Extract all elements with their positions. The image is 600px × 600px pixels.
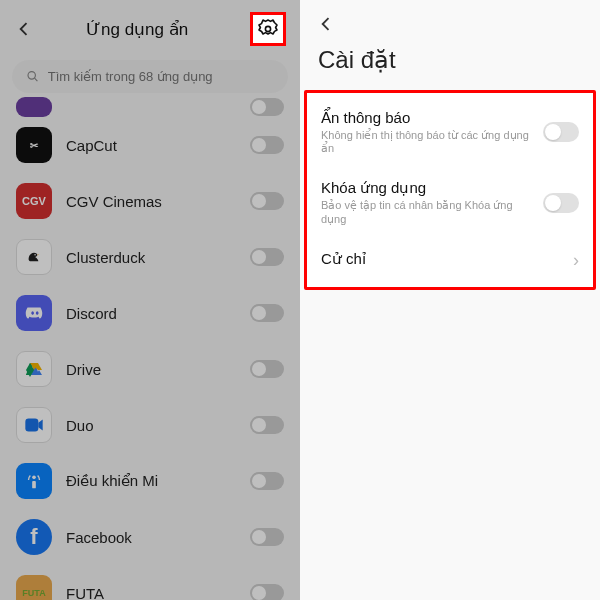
hide-toggle[interactable] xyxy=(250,416,284,434)
list-item[interactable]: Duo xyxy=(12,397,288,453)
search-box[interactable] xyxy=(12,60,288,93)
settings-title: Cài đặt xyxy=(300,42,600,88)
svg-point-2 xyxy=(34,254,36,256)
svg-rect-9 xyxy=(32,481,36,488)
svg-point-0 xyxy=(265,26,270,31)
toggle-switch[interactable] xyxy=(543,193,579,213)
cgv-icon: CGV xyxy=(16,183,52,219)
drive-icon xyxy=(16,351,52,387)
hide-toggle[interactable] xyxy=(250,136,284,154)
clusterduck-icon xyxy=(16,239,52,275)
setting-app-lock[interactable]: Khóa ứng dụng Bảo vệ tập tin cá nhân bằn… xyxy=(307,167,593,237)
svg-point-8 xyxy=(32,476,36,480)
hide-toggle[interactable] xyxy=(250,98,284,116)
hidden-apps-pane: Ứng dụng ẩn ✂ CapCut CGV CGV Cinemas Clu… xyxy=(0,0,300,600)
setting-title: Ẩn thông báo xyxy=(321,109,535,127)
list-item[interactable]: f Facebook xyxy=(12,509,288,565)
app-name: CGV Cinemas xyxy=(66,193,236,210)
list-item[interactable]: Drive xyxy=(12,341,288,397)
capcut-icon: ✂ xyxy=(16,127,52,163)
chevron-right-icon: › xyxy=(573,250,579,271)
search-input[interactable] xyxy=(48,69,274,84)
app-name: Drive xyxy=(66,361,236,378)
list-item[interactable]: ✂ CapCut xyxy=(12,117,288,173)
mi-remote-icon xyxy=(16,463,52,499)
list-item[interactable] xyxy=(12,97,288,117)
app-name: Facebook xyxy=(66,529,236,546)
hide-toggle[interactable] xyxy=(250,472,284,490)
setting-subtitle: Không hiển thị thông báo từ các ứng dụng… xyxy=(321,129,535,155)
right-header xyxy=(300,0,600,42)
setting-title: Khóa ứng dụng xyxy=(321,179,535,197)
hide-toggle[interactable] xyxy=(250,584,284,600)
facebook-icon: f xyxy=(16,519,52,555)
setting-subtitle: Bảo vệ tập tin cá nhân bằng Khóa ứng dụn… xyxy=(321,199,535,225)
settings-highlight-box: Ẩn thông báo Không hiển thị thông báo từ… xyxy=(304,90,596,290)
svg-rect-7 xyxy=(25,419,38,432)
app-name: CapCut xyxy=(66,137,236,154)
left-title: Ứng dụng ẩn xyxy=(86,19,188,40)
app-list: ✂ CapCut CGV CGV Cinemas Clusterduck Dis… xyxy=(0,97,300,600)
setting-title: Cử chỉ xyxy=(321,250,565,268)
search-icon xyxy=(26,69,40,84)
duo-icon xyxy=(16,407,52,443)
hide-toggle[interactable] xyxy=(250,192,284,210)
back-button[interactable] xyxy=(14,19,34,39)
discord-icon xyxy=(16,295,52,331)
settings-button[interactable] xyxy=(250,12,286,46)
hide-toggle[interactable] xyxy=(250,248,284,266)
left-header: Ứng dụng ẩn xyxy=(0,0,300,54)
settings-pane: Cài đặt Ẩn thông báo Không hiển thị thôn… xyxy=(300,0,600,600)
app-name: Duo xyxy=(66,417,236,434)
app-icon xyxy=(16,97,52,117)
futa-icon: FUTA xyxy=(16,575,52,600)
toggle-switch[interactable] xyxy=(543,122,579,142)
setting-gesture[interactable]: Cử chỉ › xyxy=(307,238,593,283)
svg-point-1 xyxy=(28,72,35,79)
list-item[interactable]: CGV CGV Cinemas xyxy=(12,173,288,229)
list-item[interactable]: FUTA FUTA xyxy=(12,565,288,600)
gear-icon xyxy=(256,17,280,41)
hide-toggle[interactable] xyxy=(250,360,284,378)
setting-hide-notifications[interactable]: Ẩn thông báo Không hiển thị thông báo từ… xyxy=(307,97,593,167)
app-name: FUTA xyxy=(66,585,236,601)
app-name: Discord xyxy=(66,305,236,322)
back-button[interactable] xyxy=(316,14,336,34)
hide-toggle[interactable] xyxy=(250,528,284,546)
list-item[interactable]: Discord xyxy=(12,285,288,341)
app-name: Clusterduck xyxy=(66,249,236,266)
list-item[interactable]: Clusterduck xyxy=(12,229,288,285)
app-name: Điều khiển Mi xyxy=(66,472,236,490)
list-item[interactable]: Điều khiển Mi xyxy=(12,453,288,509)
hide-toggle[interactable] xyxy=(250,304,284,322)
